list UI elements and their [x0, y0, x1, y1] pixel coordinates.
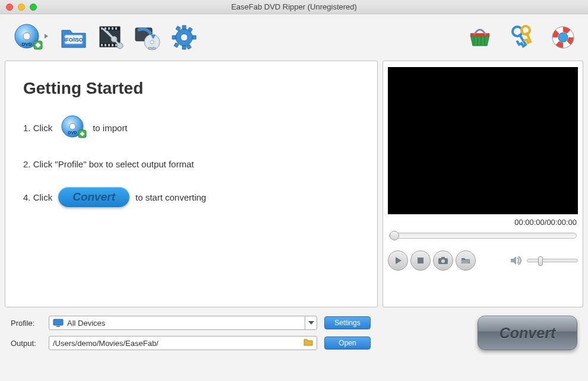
svg-rect-10 [101, 27, 103, 30]
svg-rect-16 [105, 44, 106, 46]
gear-icon [170, 23, 198, 52]
window-titlebar: EaseFab DVD Ripper (Unregistered) [0, 0, 588, 14]
step-4-pre: 4. Click [23, 192, 52, 202]
getting-started-panel: Getting Started 1. Click DVD [5, 61, 378, 307]
convert-button[interactable]: Convert [478, 316, 577, 350]
film-scissors-icon [96, 23, 125, 52]
svg-rect-42 [80, 133, 84, 135]
window-title: EaseFab DVD Ripper (Unregistered) [0, 2, 588, 11]
stop-button[interactable] [410, 250, 431, 271]
step-1: 1. Click DVD [23, 115, 359, 141]
load-ifo-iso-button[interactable]: IFO/ISO [59, 23, 88, 52]
camera-icon [438, 257, 448, 264]
bottom-bar: Profile: All Devices Settings Output: /U… [0, 307, 588, 356]
svg-point-24 [150, 40, 154, 44]
video-preview [388, 67, 578, 214]
buy-button[interactable] [466, 23, 494, 52]
register-button[interactable] [507, 23, 536, 52]
seek-thumb[interactable] [390, 231, 399, 240]
svg-point-1 [23, 33, 30, 40]
preview-time: 00:00:00/00:00:00 [389, 218, 577, 227]
output-path-value: /Users/demo/Movies/EaseFab/ [53, 339, 159, 348]
volume-thumb[interactable] [538, 256, 543, 266]
step-1-pre: 1. Click [23, 123, 52, 133]
profile-dropdown-arrow[interactable] [305, 316, 317, 329]
convert-pill-illustration: Convert [58, 187, 129, 207]
lifebuoy-icon [550, 24, 576, 50]
chevron-down-icon [308, 321, 314, 325]
folder-ifo-icon: IFO/ISO [59, 23, 88, 52]
monitor-icon [53, 319, 64, 327]
dvd-disc-icon: DVD [14, 23, 48, 52]
step-4: 4. Click Convert to start converting [23, 187, 359, 207]
edit-video-button[interactable] [96, 23, 125, 52]
dvd-disc-small-icon: DVD [61, 115, 88, 141]
svg-point-46 [441, 259, 445, 263]
load-dvd-button[interactable]: DVD [11, 23, 51, 52]
ifo-iso-label: IFO/ISO [64, 37, 83, 43]
svg-rect-14 [115, 27, 117, 30]
svg-rect-5 [36, 44, 40, 46]
svg-rect-45 [441, 257, 445, 259]
svg-text:DVD: DVD [148, 46, 156, 50]
step-4-post: to start converting [135, 192, 206, 202]
svg-rect-18 [112, 44, 113, 46]
svg-text:DVD: DVD [68, 131, 77, 135]
svg-point-27 [181, 34, 188, 41]
svg-point-38 [69, 123, 75, 129]
main-toolbar: DVD IFO/ISO [0, 14, 588, 61]
svg-rect-13 [112, 27, 113, 30]
step-1-post: to import [93, 123, 127, 133]
help-button[interactable] [549, 23, 577, 52]
step-2: 2. Click "Profile" box to select output … [23, 159, 359, 169]
profile-settings-button[interactable]: Settings [324, 316, 371, 329]
svg-rect-47 [53, 319, 63, 325]
svg-text:DVD: DVD [22, 42, 32, 47]
profile-value: All Devices [67, 319, 105, 328]
open-snapshot-folder-button[interactable] [456, 250, 476, 271]
merge-button[interactable]: DVD [133, 23, 162, 52]
stop-icon [417, 257, 424, 264]
svg-rect-15 [101, 44, 103, 46]
svg-rect-48 [56, 326, 60, 327]
output-label: Output: [11, 339, 49, 348]
svg-rect-17 [108, 44, 110, 46]
preview-panel: 00:00:00/00:00:00 [382, 61, 583, 307]
disc-arrow-icon: DVD [133, 23, 162, 52]
play-icon [394, 256, 402, 265]
browse-output-icon[interactable] [304, 338, 313, 348]
profile-label: Profile: [11, 319, 49, 328]
play-button[interactable] [388, 250, 408, 271]
output-path-field[interactable]: /Users/demo/Movies/EaseFab/ [49, 336, 317, 350]
snapshot-button[interactable] [433, 250, 453, 271]
profile-select[interactable]: All Devices [49, 316, 317, 330]
svg-rect-12 [108, 27, 110, 30]
shopping-basket-icon [467, 26, 493, 49]
seek-bar[interactable] [389, 233, 577, 239]
svg-rect-43 [418, 258, 423, 263]
settings-button[interactable] [170, 23, 198, 52]
folder-open-icon [461, 257, 470, 264]
volume-slider[interactable] [527, 259, 578, 262]
keys-icon [510, 24, 533, 50]
open-output-button[interactable]: Open [324, 336, 371, 350]
svg-point-35 [558, 33, 568, 42]
speaker-icon [510, 255, 522, 266]
getting-started-heading: Getting Started [23, 79, 359, 98]
